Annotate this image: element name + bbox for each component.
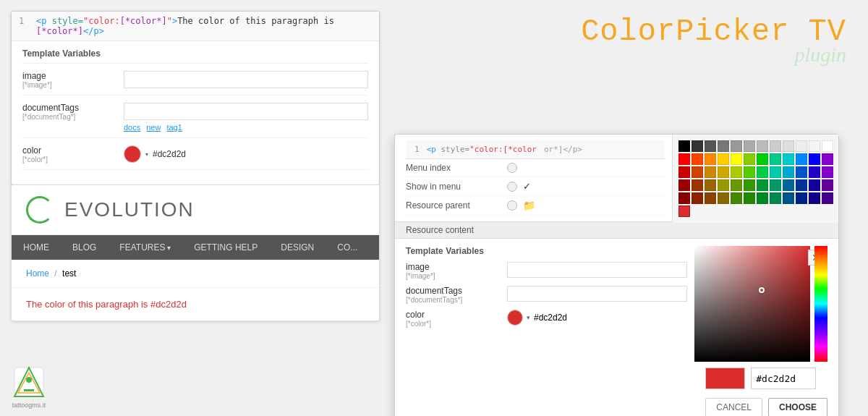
nav-getting-help[interactable]: GETTING HELP xyxy=(182,235,269,260)
cp-swatch[interactable] xyxy=(822,140,833,152)
cp-swatch[interactable] xyxy=(809,192,820,204)
cp-folder-icon: 📁 xyxy=(523,200,535,211)
cp-swatch[interactable] xyxy=(757,179,768,191)
cp-swatch[interactable] xyxy=(678,140,690,152)
cp-swatch[interactable] xyxy=(796,166,807,178)
cp-tv-color-control[interactable]: ▾ #dc2d2d xyxy=(507,310,567,326)
cp-swatch[interactable] xyxy=(783,153,794,165)
cp-swatch[interactable] xyxy=(770,179,781,191)
cp-gradient-picker[interactable] xyxy=(694,246,810,362)
nav-home[interactable]: HOME xyxy=(12,235,61,260)
cp-tv-image-input[interactable] xyxy=(507,262,687,278)
cp-gradient-cursor xyxy=(759,287,765,293)
cp-resource-parent-label: Resource parent xyxy=(406,200,507,211)
cp-tv-doctags-input[interactable] xyxy=(507,286,687,302)
cp-swatch[interactable] xyxy=(809,140,820,152)
cp-swatch[interactable] xyxy=(770,166,781,178)
cp-show-menu-radio[interactable] xyxy=(507,182,517,192)
cp-swatch[interactable] xyxy=(744,140,755,152)
cp-hue-slider[interactable] xyxy=(814,246,827,362)
cp-swatch[interactable] xyxy=(783,166,794,178)
breadcrumb-home[interactable]: Home xyxy=(26,268,49,279)
cp-swatch[interactable] xyxy=(744,192,755,204)
tv-link-new[interactable]: new xyxy=(146,123,161,132)
cp-swatch[interactable] xyxy=(796,192,807,204)
cp-swatch[interactable] xyxy=(822,153,833,165)
cp-swatch[interactable] xyxy=(744,153,755,165)
cp-swatch[interactable] xyxy=(770,153,781,165)
cp-swatch[interactable] xyxy=(770,140,781,152)
cp-swatch[interactable] xyxy=(744,166,755,178)
cp-swatch[interactable] xyxy=(718,166,729,178)
cp-swatch[interactable] xyxy=(809,179,820,191)
cp-swatch[interactable] xyxy=(692,140,703,152)
cp-swatch[interactable] xyxy=(731,192,742,204)
cp-selected-swatch[interactable] xyxy=(678,205,690,217)
tv-link-docs[interactable]: docs xyxy=(124,123,140,132)
cp-swatch[interactable] xyxy=(757,192,768,204)
cp-swatch[interactable] xyxy=(757,166,768,178)
cp-tv-color-label: color [*color*] xyxy=(406,310,507,328)
evolution-logo xyxy=(26,196,54,224)
cp-swatch[interactable] xyxy=(705,153,716,165)
cp-swatch[interactable] xyxy=(678,192,690,204)
cp-swatch[interactable] xyxy=(718,179,729,191)
cp-swatch[interactable] xyxy=(692,179,703,191)
evo-nav: HOME BLOG FEATURES GETTING HELP DESIGN C… xyxy=(12,235,379,260)
cp-swatch[interactable] xyxy=(692,192,703,204)
cp-code-text: <p style="color:[*color xyxy=(427,145,537,154)
cp-swatch[interactable] xyxy=(770,192,781,204)
cp-swatch[interactable] xyxy=(705,166,716,178)
cp-swatch[interactable] xyxy=(678,179,690,191)
color-swatch[interactable] xyxy=(124,145,141,163)
nav-blog[interactable]: BLOG xyxy=(61,235,108,260)
cp-color-dropdown-btn[interactable]: ▾ xyxy=(527,314,530,321)
cp-choose-button[interactable]: CHOOSE xyxy=(768,398,827,416)
tv-input-doctags[interactable] xyxy=(124,103,368,120)
cp-swatch[interactable] xyxy=(678,166,690,178)
cp-swatch[interactable] xyxy=(705,140,716,152)
cp-swatch[interactable] xyxy=(809,166,820,178)
cp-swatch[interactable] xyxy=(796,153,807,165)
cp-resource-parent-radio[interactable] xyxy=(507,200,517,211)
cp-swatch[interactable] xyxy=(822,179,833,191)
cp-swatch[interactable] xyxy=(796,140,807,152)
cp-swatch[interactable] xyxy=(822,166,833,178)
cp-swatch[interactable] xyxy=(783,192,794,204)
cp-color-swatch-small[interactable] xyxy=(507,310,523,326)
tv-control-image[interactable] xyxy=(124,71,368,88)
cp-swatch[interactable] xyxy=(718,192,729,204)
color-control[interactable]: ▾ #dc2d2d xyxy=(124,145,368,163)
cp-swatch[interactable] xyxy=(678,153,690,165)
cp-swatch[interactable] xyxy=(731,140,742,152)
cp-swatch[interactable] xyxy=(731,153,742,165)
cp-swatch[interactable] xyxy=(822,192,833,204)
nav-features[interactable]: FEATURES xyxy=(108,235,182,260)
cp-menu-index-radio[interactable] xyxy=(507,163,517,173)
nav-more[interactable]: CO... xyxy=(326,235,369,260)
nav-design[interactable]: DESIGN xyxy=(269,235,326,260)
cp-swatch[interactable] xyxy=(718,153,729,165)
color-dropdown-arrow[interactable]: ▾ xyxy=(145,151,148,158)
tv-link-tag1[interactable]: tag1 xyxy=(166,123,182,132)
cp-swatch[interactable] xyxy=(705,179,716,191)
cp-swatch[interactable] xyxy=(731,166,742,178)
cp-swatch[interactable] xyxy=(757,153,768,165)
cp-cancel-button[interactable]: CANCEL xyxy=(705,398,762,416)
cp-swatch[interactable] xyxy=(744,179,755,191)
cp-swatch[interactable] xyxy=(731,179,742,191)
cp-swatch[interactable] xyxy=(783,179,794,191)
cp-swatch[interactable] xyxy=(809,153,820,165)
cp-hex-input[interactable] xyxy=(751,368,816,389)
breadcrumb-sep: / xyxy=(54,268,56,279)
evo-header: EVOLUTION xyxy=(12,185,379,235)
bottom-logo: tattoogms.it xyxy=(11,364,47,409)
cp-swatch[interactable] xyxy=(692,153,703,165)
cp-swatch[interactable] xyxy=(796,179,807,191)
cp-swatch[interactable] xyxy=(718,140,729,152)
cp-swatch[interactable] xyxy=(705,192,716,204)
cp-swatch[interactable] xyxy=(692,166,703,178)
cp-swatch[interactable] xyxy=(783,140,794,152)
tv-input-image[interactable] xyxy=(124,71,368,88)
cp-swatch[interactable] xyxy=(757,140,768,152)
